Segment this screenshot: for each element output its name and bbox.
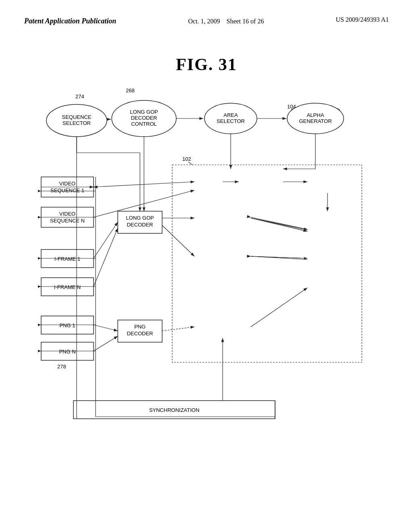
svg-rect-16 (172, 165, 362, 362)
figure-title: FIG. 31 (0, 55, 413, 74)
png-decoder-label1: PNG (134, 324, 146, 330)
video-seq1-label1: VIDEO (59, 181, 75, 187)
svg-line-36 (94, 222, 118, 258)
sequence-selector-label: SEQUENCE (62, 114, 92, 120)
area-selector-label2: SELECTOR (217, 118, 245, 124)
long-gop-control-label2: DECODER (131, 115, 157, 121)
video-seqn-label1: VIDEO (59, 211, 75, 217)
svg-line-39 (94, 336, 118, 351)
alpha-generator-label2: GENERATOR (299, 118, 332, 124)
video-seq1-label2: SEQUENCE 1 (50, 187, 84, 193)
ref-102: 102 (182, 156, 191, 162)
header-date: Oct. 1, 2009 (188, 18, 220, 25)
long-gop-decoder-label2: DECODER (127, 222, 153, 228)
header-patent-number: US 2009/249393 A1 (336, 16, 389, 23)
svg-line-38 (94, 325, 118, 331)
area-selector-label1: AREA (223, 112, 238, 118)
long-gop-decoder-label1: LONG GOP (126, 215, 154, 221)
publication-title: Patent Application Publication (24, 16, 116, 26)
header-date-sheet: Oct. 1, 2009 Sheet 16 of 26 (188, 16, 264, 27)
pngn-label: PNG N (59, 349, 75, 355)
svg-line-37 (94, 228, 118, 287)
video-seqn-label2: SEQUENCE N (50, 218, 85, 224)
png1-label: PNG 1 (59, 322, 75, 328)
ref-278: 278 (57, 364, 66, 370)
sync-label: SYNCHRONIZATION (149, 407, 200, 413)
diagram: text { font-family: Arial, sans-serif; f… (33, 86, 380, 469)
header-sheet: Sheet 16 of 26 (227, 18, 264, 25)
page-header: Patent Application Publication Oct. 1, 2… (0, 0, 413, 31)
sequence-selector-label2: SELECTOR (63, 120, 91, 126)
long-gop-control-label1: LONG GOP (130, 109, 158, 115)
alpha-generator-label1: ALPHA (307, 112, 324, 118)
long-gop-control-label3: CONTROL (131, 121, 157, 127)
png-decoder-label2: DECODER (127, 330, 153, 337)
diagram-svg: text { font-family: Arial, sans-serif; f… (33, 86, 380, 469)
ref-268: 268 (126, 87, 135, 94)
ref-274: 274 (75, 94, 84, 100)
